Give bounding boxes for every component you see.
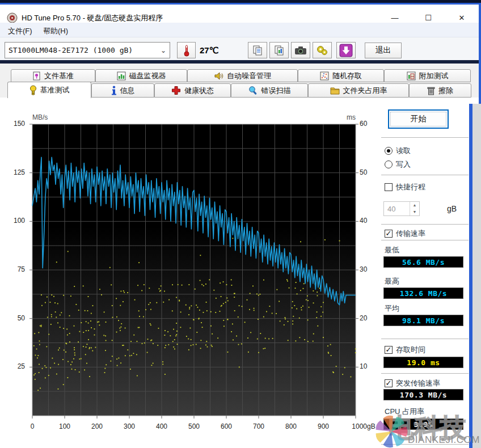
start-button[interactable]: 开始 (388, 109, 449, 129)
read-radio-label: 读取 (396, 146, 411, 156)
cpu-usage-display: 3.9% (383, 419, 463, 430)
screenshot-button[interactable] (291, 42, 310, 58)
benchmark-icon (29, 85, 37, 95)
short-stroke-unit: gB (447, 204, 457, 213)
burst-rate-checkbox[interactable]: ✓ 突发传输速率 (385, 378, 440, 388)
tab-label: 随机存取 (332, 71, 362, 81)
tab-磁盘监视器[interactable]: 磁盘监视器 (95, 69, 187, 82)
drive-select-value: ST1000LM048-2E7172 (1000 gB) (5, 46, 157, 54)
min-label: 最低 (385, 245, 399, 255)
error-scan-icon (248, 86, 258, 95)
avg-label: 平均 (385, 303, 399, 314)
cpu-usage-label: CPU 占用率 (385, 407, 424, 417)
chevron-down-icon: ⌄ (157, 47, 170, 54)
x-tick-600: 600 (209, 422, 243, 430)
tab-label: 基准测试 (40, 85, 70, 95)
scroll-graph-button[interactable] (336, 42, 356, 58)
tab-label: 附加测试 (419, 71, 449, 81)
short-stroke-label: 快捷行程 (396, 182, 425, 192)
tab-随机存取[interactable]: 随机存取 (298, 69, 384, 82)
exit-button[interactable]: 退出 (365, 43, 402, 58)
tab-错误扫描[interactable]: 错误扫描 (231, 83, 308, 98)
radio-icon (385, 160, 393, 168)
copy-image-icon (273, 45, 285, 56)
x-tick-200: 200 (80, 422, 114, 430)
window-title: HD Tune Pro 5.70 - 硬盘/固态硬盘实用程序 (22, 13, 163, 23)
short-stroke-input[interactable]: 40 ▲▼ (383, 201, 420, 216)
x-tick-800: 800 (274, 422, 308, 430)
tab-基准测试[interactable]: 基准测试 (7, 82, 91, 98)
min-value-display: 56.6 MB/s (383, 256, 463, 268)
y-right-tick-30: 30 (360, 265, 377, 273)
x-tick-0: 0 (15, 422, 49, 430)
tab-信息[interactable]: 信息 (91, 83, 154, 98)
access-time-checkbox[interactable]: ✓ 存取时间 (385, 345, 425, 355)
aam-icon (214, 71, 223, 81)
access-time-label: 存取时间 (396, 345, 425, 355)
divider (381, 339, 469, 339)
tab-label: 磁盘监视器 (129, 71, 166, 81)
erase-icon (427, 86, 435, 95)
max-value-display: 132.6 MB/s (383, 288, 463, 299)
transfer-rate-checkbox[interactable]: ✓ 传输速率 (385, 229, 425, 239)
temperature-value: 27℃ (200, 45, 219, 56)
tab-文件基准[interactable]: 文件基准 (11, 69, 95, 82)
camera-icon (294, 46, 307, 55)
divider (381, 224, 469, 225)
tab-label: 信息 (120, 86, 135, 96)
burst-rate-label: 突发传输速率 (396, 378, 440, 388)
short-stroke-checkbox[interactable]: 快捷行程 (385, 182, 425, 192)
checkbox-icon (385, 183, 393, 191)
window-right-border-top (479, 5, 481, 104)
tab-自动噪音管理[interactable]: 自动噪音管理 (187, 69, 298, 82)
menubar (0, 23, 481, 37)
spin-down-icon[interactable]: ▼ (410, 209, 419, 215)
read-radio[interactable]: 读取 (385, 146, 411, 156)
y-right-tick-10: 10 (360, 362, 377, 370)
write-radio-label: 写入 (396, 159, 411, 170)
tab-label: 健康状态 (184, 86, 214, 96)
x-tick-300: 300 (112, 422, 146, 430)
copy-text-button[interactable] (248, 42, 267, 58)
app-icon (7, 12, 18, 23)
avg-value-display: 98.1 MB/s (383, 315, 463, 326)
random-access-icon (320, 71, 329, 81)
file-benchmark-icon (32, 71, 41, 81)
checkbox-icon: ✓ (385, 379, 393, 387)
y-left-tick-75: 75 (8, 265, 25, 273)
tab-label: 错误扫描 (261, 86, 291, 96)
info-icon (111, 86, 117, 95)
menu-file[interactable]: 文件(F) (6, 25, 35, 37)
x-tick-900: 900 (306, 422, 340, 430)
down-arrow-icon (339, 44, 353, 57)
tab-附加测试[interactable]: 附加测试 (384, 69, 471, 82)
tab-label: 文件夹占用率 (343, 86, 387, 96)
y-right-tick-40: 40 (360, 217, 377, 225)
tab-健康状态[interactable]: 健康状态 (154, 83, 231, 98)
menu-help[interactable]: 帮助(H) (41, 25, 70, 37)
benchmark-chart (27, 119, 361, 425)
spinner-buttons[interactable]: ▲▼ (410, 202, 419, 215)
spin-up-icon[interactable]: ▲ (410, 202, 419, 209)
tab-文件夹占用率[interactable]: 文件夹占用率 (308, 83, 409, 98)
drive-select[interactable]: ST1000LM048-2E7172 (1000 gB) ⌄ (5, 42, 170, 58)
checkbox-icon: ✓ (385, 230, 393, 238)
y-left-tick-25: 25 (8, 362, 25, 370)
temperature-button[interactable] (177, 42, 196, 58)
x-tick-100: 100 (48, 422, 82, 430)
options-button[interactable] (313, 42, 332, 58)
titlebar: HD Tune Pro 5.70 - 硬盘/固态硬盘实用程序 — ☐ ✕ (0, 5, 481, 23)
tab-擦除[interactable]: 擦除 (409, 83, 471, 98)
divider (381, 175, 469, 175)
divider (381, 240, 469, 240)
chart-svg (27, 119, 361, 425)
radio-icon (385, 147, 393, 155)
tab-label: 文件基准 (44, 71, 74, 81)
write-radio[interactable]: 写入 (385, 159, 411, 170)
tab-label: 自动噪音管理 (227, 71, 271, 81)
copy-image-button[interactable] (269, 42, 289, 58)
burst-rate-display: 170.3 MB/s (383, 389, 463, 400)
desktop-strip (472, 104, 481, 448)
divider (381, 373, 469, 374)
y-right-tick-20: 20 (360, 314, 377, 322)
